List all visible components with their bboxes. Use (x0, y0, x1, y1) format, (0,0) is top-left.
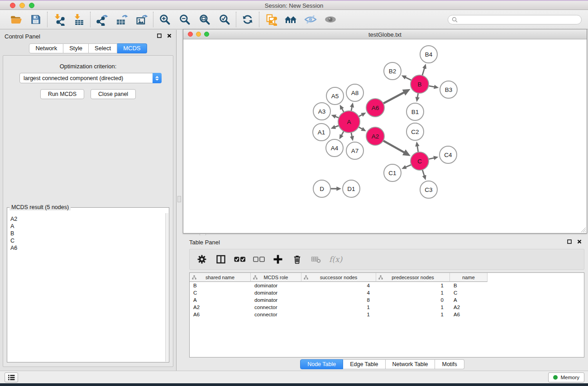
close-table-panel-icon[interactable] (577, 239, 582, 244)
table-body: Bdominator41BCdominator41CAdominator80AA… (190, 282, 584, 318)
table-cell: A2 (190, 304, 251, 311)
result-list-item[interactable]: A (10, 223, 168, 230)
mcds-result-box: MCDS result (5 nodes) A2ABCA6 (7, 207, 169, 362)
tab-select[interactable]: Select (89, 43, 117, 53)
zoom-out-button[interactable] (177, 12, 192, 27)
graph-node-B1[interactable]: B1 (406, 103, 424, 120)
main-toolbar (0, 10, 588, 29)
memory-button[interactable]: Memory (548, 372, 584, 382)
network-canvas[interactable]: B4B2BB3A8A5A6A3B1AA1C2A2A4A7C4CC1DD1C3 (183, 39, 587, 233)
show-eye-button[interactable] (323, 12, 338, 27)
zoom-fit-button[interactable] (197, 12, 212, 27)
zoom-selected-button[interactable] (217, 12, 232, 27)
table-row[interactable]: Adominator80A (190, 296, 584, 304)
export-table-button[interactable] (115, 12, 129, 27)
table-cell: connector (251, 311, 301, 318)
table-row[interactable]: A6connector11A6 (190, 311, 584, 318)
graph-node-D1[interactable]: D1 (343, 180, 360, 197)
run-mcds-button[interactable]: Run MCDS (40, 89, 84, 99)
new-network-documents-button[interactable] (263, 12, 278, 27)
graph-node-A6[interactable]: A6 (366, 99, 384, 117)
criterion-select[interactable]: largest connected component (directed) (19, 73, 162, 83)
table-cell: dominator (251, 289, 301, 296)
column-header-MCDS-role[interactable]: MCDS role (251, 273, 301, 282)
houses-button[interactable] (283, 12, 298, 27)
table-cell: dominator (251, 282, 301, 289)
graph-node-B4[interactable]: B4 (420, 46, 437, 63)
graph-node-A1[interactable]: A1 (313, 124, 330, 141)
checked-boxes-button[interactable] (234, 253, 246, 265)
graph-node-B2[interactable]: B2 (384, 62, 401, 80)
tab-style[interactable]: Style (63, 43, 89, 53)
graph-node-C[interactable]: C (411, 152, 429, 170)
search-box[interactable] (448, 15, 582, 24)
svg-text:A7: A7 (351, 148, 359, 154)
graph-node-A8[interactable]: A8 (346, 84, 363, 101)
graph-node-A5[interactable]: A5 (326, 87, 344, 105)
open-folder-button[interactable] (9, 12, 23, 27)
graph-node-D[interactable]: D (313, 180, 330, 197)
import-network-button[interactable] (52, 12, 66, 27)
resize-grip-icon[interactable] (580, 226, 586, 232)
delete-table-button (310, 253, 322, 265)
export-table-icon (116, 14, 128, 26)
export-network-button[interactable] (95, 12, 109, 27)
graph-node-C2[interactable]: C2 (406, 123, 424, 140)
result-list-item[interactable]: A6 (10, 244, 168, 252)
save-floppy-button[interactable] (29, 12, 43, 27)
network-window-titlebar[interactable]: testGlobe.txt (183, 29, 587, 39)
column-header-predecessor-nodes[interactable]: predecessor nodes (376, 273, 450, 282)
mcds-result-list[interactable]: A2ABCA6 (8, 208, 168, 362)
graph-node-A7[interactable]: A7 (346, 142, 363, 159)
hide-eye-slash-button[interactable] (303, 12, 318, 27)
graph-node-C4[interactable]: C4 (440, 146, 457, 163)
table-row[interactable]: Cdominator41C (190, 289, 584, 296)
graph-node-A2[interactable]: A2 (366, 127, 384, 145)
unchecked-boxes-button[interactable] (253, 253, 265, 265)
search-input[interactable] (460, 16, 578, 23)
result-list-item[interactable]: B (10, 230, 168, 237)
tab-network-table[interactable]: Network Table (386, 359, 435, 369)
import-table-button[interactable] (72, 12, 86, 27)
column-header-successor-nodes[interactable]: successor nodes (301, 273, 376, 282)
tab-mcds[interactable]: MCDS (117, 43, 147, 53)
result-list-item[interactable]: C (10, 237, 168, 244)
trash-button[interactable] (291, 253, 303, 265)
zoom-in-button[interactable] (158, 12, 172, 27)
result-scrollbar[interactable] (165, 213, 168, 362)
column-header-name[interactable]: name (450, 273, 488, 282)
float-table-panel-icon[interactable] (567, 239, 572, 244)
refresh-button[interactable] (240, 12, 255, 27)
graph-node-B3[interactable]: B3 (440, 81, 457, 98)
graph-node-C3[interactable]: C3 (420, 181, 437, 198)
svg-text:B: B (417, 81, 421, 88)
tab-edge-table[interactable]: Edge Table (343, 359, 385, 369)
graph-node-B[interactable]: B (411, 75, 429, 93)
optimization-criterion-label: Optimization criterion: (3, 63, 173, 70)
splitter-handle-vertical[interactable] (177, 196, 181, 202)
tab-motifs[interactable]: Motifs (435, 359, 464, 369)
gear-button[interactable] (196, 253, 208, 265)
float-panel-icon[interactable] (157, 33, 162, 38)
table-row[interactable]: A2connector11A2 (190, 304, 584, 311)
export-image-button[interactable] (134, 12, 149, 27)
plus-button[interactable] (272, 253, 284, 265)
tab-node-table[interactable]: Node Table (300, 359, 343, 369)
close-panel-button[interactable]: Close panel (91, 89, 136, 99)
split-columns-button[interactable] (215, 253, 227, 265)
table-cell: 1 (376, 282, 450, 289)
shared-attribute-icon (378, 275, 383, 280)
graph-node-C1[interactable]: C1 (384, 164, 401, 181)
table-cell: 1 (376, 289, 450, 296)
tab-network[interactable]: Network (29, 43, 63, 53)
import-network-icon (53, 14, 65, 26)
graph-node-A[interactable]: A (338, 111, 360, 133)
close-panel-icon[interactable] (167, 33, 172, 38)
graph-node-A3[interactable]: A3 (313, 103, 330, 120)
graph-node-A4[interactable]: A4 (326, 139, 343, 157)
function-builder-button: f(x) (329, 255, 342, 264)
task-history-button[interactable] (5, 372, 18, 382)
result-list-item[interactable]: A2 (10, 215, 168, 223)
table-row[interactable]: Bdominator41B (190, 282, 584, 289)
column-header-shared-name[interactable]: shared name (190, 273, 251, 282)
